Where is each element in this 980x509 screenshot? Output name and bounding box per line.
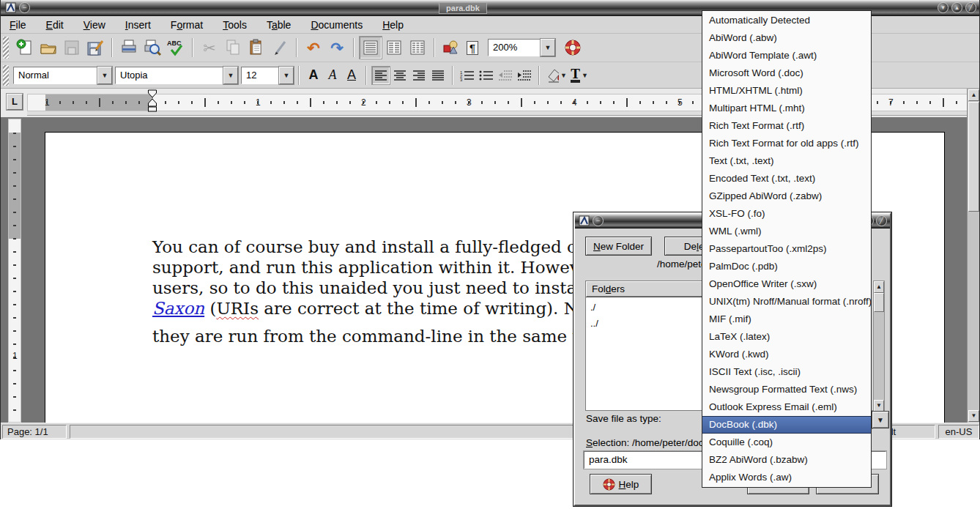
- file-type-option[interactable]: UNIX(tm) Nroff/Manual format (.nroff): [702, 293, 871, 311]
- file-type-option[interactable]: ISCII Text (.isc, .iscii): [702, 363, 871, 381]
- files-list-scrollbar[interactable]: ▲ ▼: [873, 280, 885, 412]
- scrollbar-thumb[interactable]: [874, 293, 884, 312]
- dialog-help-button[interactable]: Help: [590, 474, 652, 494]
- one-column-button[interactable]: [359, 36, 382, 59]
- file-type-option[interactable]: Automatically Detected: [702, 12, 871, 29]
- file-type-option[interactable]: MIF (.mif): [702, 311, 871, 328]
- file-type-combo-arrow-icon[interactable]: ▼: [872, 411, 889, 428]
- save-as-button[interactable]: [83, 36, 107, 59]
- menu-view[interactable]: View: [83, 19, 105, 31]
- font-size-dropdown-arrow-icon[interactable]: ▼: [279, 67, 294, 84]
- file-type-option[interactable]: Microsoft Word (.doc): [702, 64, 871, 82]
- dialog-close-button[interactable]: ╱: [876, 215, 887, 226]
- menu-file[interactable]: File: [10, 19, 26, 31]
- font-size-value[interactable]: 12: [241, 67, 279, 84]
- align-left-button[interactable]: [371, 66, 390, 85]
- file-type-option[interactable]: Newsgroup Formatted Text (.nws): [702, 381, 871, 398]
- shade-button[interactable]: ▾: [938, 2, 949, 13]
- style-select[interactable]: Normal ▼: [13, 67, 112, 84]
- cut-button[interactable]: ✂: [198, 36, 221, 59]
- file-type-option[interactable]: PalmDoc (.pdb): [702, 258, 871, 275]
- file-type-option[interactable]: XSL-FO (.fo): [702, 205, 871, 223]
- menu-tools[interactable]: Tools: [223, 19, 247, 31]
- bulleted-list-button[interactable]: [477, 66, 496, 85]
- zoom-dropdown-arrow-icon[interactable]: ▼: [541, 39, 555, 56]
- italic-button[interactable]: A: [323, 66, 342, 85]
- zoom-select[interactable]: 200% ▼: [488, 39, 555, 56]
- style-dropdown-arrow-icon[interactable]: ▼: [97, 67, 112, 84]
- show-formatting-button[interactable]: ¶: [463, 38, 482, 57]
- increase-indent-button[interactable]: [515, 66, 534, 85]
- indent-marker[interactable]: [147, 89, 157, 115]
- hyperlink[interactable]: Saxon: [152, 299, 204, 318]
- font-dropdown-arrow-icon[interactable]: ▼: [223, 67, 238, 84]
- file-type-option[interactable]: LaTeX (.latex): [702, 328, 871, 346]
- align-justify-button[interactable]: [428, 66, 448, 85]
- language-indicator[interactable]: en-US: [938, 425, 979, 439]
- bold-button[interactable]: A: [304, 66, 323, 85]
- menu-format[interactable]: Format: [171, 19, 203, 31]
- two-columns-button[interactable]: [382, 36, 406, 59]
- decrease-indent-button[interactable]: [496, 66, 515, 85]
- menu-help[interactable]: Help: [382, 19, 404, 31]
- toolbar-handle[interactable]: [3, 65, 9, 86]
- file-type-option[interactable]: WML (.wml): [702, 223, 871, 240]
- highlight-color-button[interactable]: ▼: [544, 64, 568, 87]
- window-menu-button[interactable]: –: [19, 2, 30, 13]
- font-value[interactable]: Utopia: [115, 67, 223, 84]
- scroll-up-icon[interactable]: ▲: [968, 89, 979, 101]
- file-type-option[interactable]: KWord (.kwd): [702, 346, 871, 363]
- scroll-up-icon[interactable]: ▲: [874, 281, 884, 293]
- file-type-option[interactable]: Coquille (.coq): [702, 434, 871, 451]
- file-type-option[interactable]: GZipped AbiWord (.zabw): [702, 187, 871, 205]
- scroll-down-icon[interactable]: ▼: [968, 410, 979, 422]
- format-painter-button[interactable]: [268, 36, 292, 59]
- scrollbar-thumb[interactable]: [968, 102, 979, 212]
- file-type-option[interactable]: Encoded Text (.txt, .text): [702, 170, 871, 187]
- print-preview-button[interactable]: [141, 36, 164, 59]
- file-type-option[interactable]: Text (.txt, .text): [702, 152, 871, 170]
- spellcheck-button[interactable]: ABC: [164, 36, 188, 59]
- scroll-down-icon[interactable]: ▼: [874, 400, 884, 412]
- file-type-option[interactable]: HTML/XHTML (.html): [702, 82, 871, 100]
- new-folder-button[interactable]: New Folder: [585, 237, 652, 256]
- undo-button[interactable]: ↶: [302, 36, 325, 59]
- vertical-ruler[interactable]: 1: [8, 119, 21, 423]
- menu-table[interactable]: Table: [267, 19, 291, 31]
- print-button[interactable]: [117, 36, 141, 59]
- file-type-option[interactable]: BZ2 AbiWord (.bzabw): [702, 451, 871, 469]
- menu-edit[interactable]: Edit: [46, 19, 64, 31]
- font-select[interactable]: Utopia ▼: [115, 67, 238, 84]
- dialog-window-menu-button[interactable]: –: [593, 215, 604, 226]
- file-type-option[interactable]: Applix Words (.aw): [702, 469, 871, 486]
- open-button[interactable]: [37, 36, 60, 59]
- numbered-list-button[interactable]: 123: [458, 66, 477, 85]
- tab-stop-selector[interactable]: L: [7, 94, 23, 110]
- save-button[interactable]: [60, 36, 83, 59]
- copy-button[interactable]: [221, 36, 245, 59]
- highlight-color-arrow-icon[interactable]: ▼: [560, 72, 567, 79]
- file-type-option[interactable]: DocBook (.dbk): [702, 416, 871, 434]
- font-color-button[interactable]: T ▼: [568, 64, 591, 87]
- close-button[interactable]: ╱: [965, 2, 976, 13]
- insert-symbol-button[interactable]: [439, 36, 463, 59]
- toolbar-handle[interactable]: [3, 37, 9, 59]
- zoom-value[interactable]: 200%: [488, 39, 541, 56]
- redo-button[interactable]: ↷: [325, 36, 349, 59]
- align-center-button[interactable]: [390, 66, 409, 85]
- align-right-button[interactable]: [409, 66, 428, 85]
- underline-button[interactable]: A: [342, 66, 361, 85]
- file-type-option[interactable]: PassepartoutToo (.xml2ps): [702, 240, 871, 258]
- menu-insert[interactable]: Insert: [125, 19, 151, 31]
- three-columns-button[interactable]: [406, 36, 429, 59]
- paste-button[interactable]: [245, 36, 268, 59]
- help-button[interactable]: [561, 36, 584, 59]
- maximize-button[interactable]: ▴: [951, 2, 962, 13]
- file-type-option[interactable]: AbiWord Template (.awt): [702, 47, 871, 64]
- font-size-select[interactable]: 12 ▼: [241, 67, 294, 84]
- file-type-option[interactable]: OpenOffice Writer (.sxw): [702, 275, 871, 293]
- file-type-option[interactable]: Rich Text Format (.rtf): [702, 117, 871, 135]
- file-type-option[interactable]: AbiWord (.abw): [702, 29, 871, 47]
- file-type-option[interactable]: Outlook Express Email (.eml): [702, 398, 871, 416]
- menu-documents[interactable]: Documents: [311, 19, 363, 31]
